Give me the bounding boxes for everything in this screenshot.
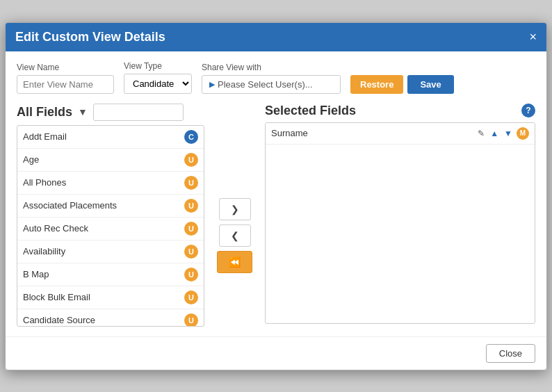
save-button[interactable]: Save	[407, 75, 453, 94]
share-view-placeholder: Please Select User(s)...	[218, 79, 313, 90]
list-item[interactable]: Associated Placements U	[17, 195, 204, 218]
selected-fields-header: Selected Fields ?	[265, 104, 535, 118]
transfer-buttons: ❯ ❮ ⏪	[211, 145, 258, 327]
view-type-group: View Type Candidate Company Contact Job	[124, 61, 192, 94]
view-name-input[interactable]	[17, 75, 114, 94]
field-badge: U	[184, 291, 198, 304]
view-name-group: View Name	[17, 63, 114, 94]
list-item[interactable]: Addt Email C	[17, 126, 204, 149]
close-icon[interactable]: ×	[529, 30, 537, 44]
view-type-select[interactable]: Candidate Company Contact Job	[124, 74, 191, 93]
modal-header: Edit Custom View Details ×	[6, 23, 546, 51]
share-view-label: Share View with	[202, 63, 341, 72]
field-item-name: All Phones	[23, 177, 66, 188]
field-item-name: Availability	[23, 246, 65, 256]
field-item-name: Candidate Source	[23, 315, 95, 325]
field-item-name: Auto Rec Check	[23, 223, 88, 234]
selected-fields-list: Surname ✎ ▲ ▼ M	[265, 122, 535, 324]
view-type-label: View Type	[124, 61, 192, 71]
all-fields-title: All Fields	[17, 105, 72, 120]
action-buttons: Restore Save	[350, 75, 454, 94]
field-badge: U	[184, 245, 198, 259]
help-icon[interactable]: ?	[521, 104, 535, 117]
list-item[interactable]: Availability U	[17, 240, 204, 263]
field-badge: U	[184, 268, 198, 281]
add-field-button[interactable]: ❯	[219, 198, 251, 220]
view-type-select-wrapper[interactable]: Candidate Company Contact Job	[124, 74, 192, 94]
list-item[interactable]: Candidate Source U	[17, 309, 204, 327]
view-name-label: View Name	[17, 63, 114, 72]
modal-footer: Close	[6, 336, 546, 370]
list-item[interactable]: All Phones U	[17, 172, 204, 195]
modal-body: View Name View Type Candidate Company Co…	[6, 51, 546, 336]
all-fields-list: Addt Email C Age U All Phones U Associat…	[17, 125, 204, 327]
field-item-name: B Map	[23, 269, 49, 279]
right-panel: Selected Fields ? Surname ✎ ▲ ▼ M	[265, 104, 535, 327]
share-arrow-icon: ▶	[209, 80, 215, 89]
field-badge: U	[184, 153, 198, 167]
move-up-icon[interactable]: ▲	[489, 127, 500, 140]
list-item[interactable]: Auto Rec Check U	[17, 218, 204, 240]
selected-item-actions: ✎ ▲ ▼ M	[476, 127, 529, 140]
edit-icon[interactable]: ✎	[476, 127, 486, 140]
list-item[interactable]: B Map U	[17, 263, 204, 286]
remove-all-fields-button[interactable]: ⏪	[217, 251, 252, 273]
restore-button[interactable]: Restore	[350, 75, 403, 94]
fields-search-input[interactable]	[93, 104, 184, 121]
field-item-name: Addt Email	[23, 131, 67, 142]
field-badge: C	[184, 130, 198, 144]
left-panel: All Fields ▼ Addt Email C Age U All Phon…	[17, 104, 204, 327]
close-button[interactable]: Close	[486, 344, 535, 363]
all-fields-header: All Fields ▼	[17, 104, 204, 121]
field-item-name: Associated Placements	[23, 200, 117, 211]
field-item-name: Age	[23, 154, 39, 165]
list-item[interactable]: Block Bulk Email U	[17, 286, 204, 309]
filter-icon[interactable]: ▼	[78, 106, 88, 117]
selected-field-item: Surname ✎ ▲ ▼ M	[266, 123, 535, 145]
move-down-icon[interactable]: ▼	[503, 127, 514, 140]
share-view-button[interactable]: ▶ Please Select User(s)...	[202, 75, 341, 94]
main-content: All Fields ▼ Addt Email C Age U All Phon…	[17, 104, 535, 327]
field-badge: U	[184, 222, 198, 236]
selected-fields-title: Selected Fields	[265, 104, 356, 118]
remove-field-button[interactable]: ❮	[219, 224, 251, 247]
modal-title: Edit Custom View Details	[15, 30, 165, 44]
edit-custom-view-modal: Edit Custom View Details × View Name Vie…	[5, 22, 547, 370]
field-item-name: Block Bulk Email	[23, 292, 90, 302]
share-view-group: Share View with ▶ Please Select User(s).…	[202, 63, 341, 94]
selected-field-name: Surname	[271, 128, 308, 138]
top-row: View Name View Type Candidate Company Co…	[17, 61, 535, 94]
field-badge: U	[184, 313, 198, 327]
field-badge: U	[184, 176, 198, 190]
mandatory-badge[interactable]: M	[517, 127, 529, 140]
list-item[interactable]: Age U	[17, 149, 204, 172]
field-badge: U	[184, 199, 198, 213]
